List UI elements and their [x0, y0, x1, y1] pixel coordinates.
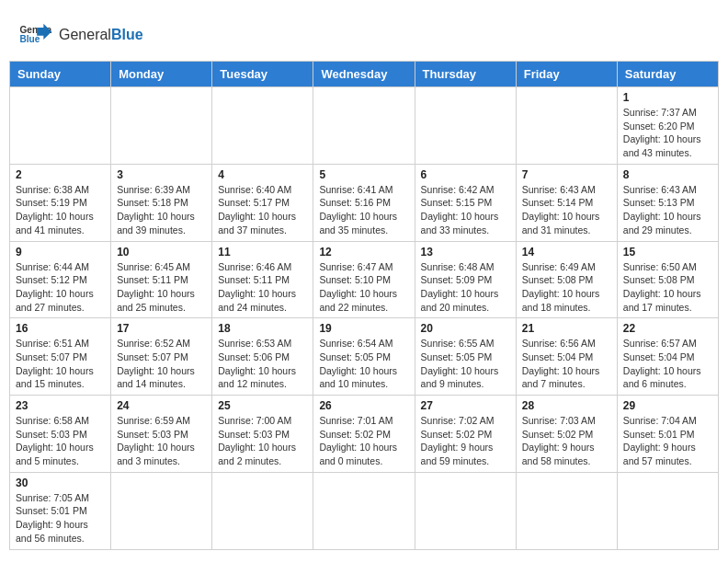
day-info: Sunrise: 7:04 AMSunset: 5:01 PMDaylight:… — [623, 414, 712, 468]
day-number: 17 — [117, 322, 206, 335]
calendar-cell: 16Sunrise: 6:51 AMSunset: 5:07 PMDayligh… — [10, 318, 111, 396]
logo: General Blue GeneralBlue — [18, 18, 143, 52]
calendar-cell — [313, 87, 415, 165]
day-info: Sunrise: 6:51 AMSunset: 5:07 PMDaylight:… — [16, 337, 105, 391]
calendar-cell: 1Sunrise: 7:37 AMSunset: 6:20 PMDaylight… — [617, 87, 718, 165]
col-header-saturday: Saturday — [617, 62, 718, 87]
day-info: Sunrise: 7:02 AMSunset: 5:02 PMDaylight:… — [421, 414, 510, 468]
day-number: 25 — [218, 399, 307, 412]
col-header-wednesday: Wednesday — [313, 62, 415, 87]
calendar-cell — [516, 87, 617, 165]
calendar-cell: 8Sunrise: 6:43 AMSunset: 5:13 PMDaylight… — [617, 164, 718, 241]
calendar-table: SundayMondayTuesdayWednesdayThursdayFrid… — [9, 61, 719, 550]
calendar-week-row: 9Sunrise: 6:44 AMSunset: 5:12 PMDaylight… — [10, 241, 719, 318]
calendar-cell — [516, 472, 617, 549]
day-info: Sunrise: 6:48 AMSunset: 5:09 PMDaylight:… — [421, 260, 510, 315]
day-info: Sunrise: 6:52 AMSunset: 5:07 PMDaylight:… — [117, 337, 206, 391]
calendar-cell: 30Sunrise: 7:05 AMSunset: 5:01 PMDayligh… — [10, 472, 111, 549]
day-info: Sunrise: 6:43 AMSunset: 5:14 PMDaylight:… — [522, 183, 611, 237]
day-number: 29 — [623, 399, 712, 412]
calendar-week-row: 30Sunrise: 7:05 AMSunset: 5:01 PMDayligh… — [10, 472, 719, 549]
day-info: Sunrise: 6:45 AMSunset: 5:11 PMDaylight:… — [117, 260, 206, 315]
calendar-cell: 25Sunrise: 7:00 AMSunset: 5:03 PMDayligh… — [212, 396, 313, 473]
calendar-cell: 4Sunrise: 6:40 AMSunset: 5:17 PMDaylight… — [212, 164, 313, 241]
day-info: Sunrise: 6:39 AMSunset: 5:18 PMDaylight:… — [117, 183, 206, 237]
day-number: 19 — [319, 322, 408, 335]
day-info: Sunrise: 6:41 AMSunset: 5:16 PMDaylight:… — [319, 183, 408, 237]
calendar-cell — [111, 87, 212, 165]
calendar-cell: 26Sunrise: 7:01 AMSunset: 5:02 PMDayligh… — [313, 396, 415, 473]
day-number: 28 — [522, 399, 611, 412]
day-info: Sunrise: 6:56 AMSunset: 5:04 PMDaylight:… — [522, 337, 611, 391]
day-number: 13 — [421, 246, 510, 259]
day-info: Sunrise: 6:42 AMSunset: 5:15 PMDaylight:… — [421, 183, 510, 237]
day-number: 4 — [218, 168, 307, 181]
logo-general-text: GeneralBlue — [59, 26, 143, 43]
day-number: 16 — [16, 322, 105, 335]
day-info: Sunrise: 6:54 AMSunset: 5:05 PMDaylight:… — [319, 337, 408, 391]
calendar-week-row: 16Sunrise: 6:51 AMSunset: 5:07 PMDayligh… — [10, 318, 719, 396]
day-info: Sunrise: 6:47 AMSunset: 5:10 PMDaylight:… — [319, 260, 408, 315]
day-number: 6 — [421, 168, 510, 181]
day-info: Sunrise: 7:00 AMSunset: 5:03 PMDaylight:… — [218, 414, 307, 468]
calendar-cell: 19Sunrise: 6:54 AMSunset: 5:05 PMDayligh… — [313, 318, 415, 396]
day-number: 20 — [421, 322, 510, 335]
day-info: Sunrise: 6:50 AMSunset: 5:08 PMDaylight:… — [623, 260, 712, 315]
calendar-cell: 15Sunrise: 6:50 AMSunset: 5:08 PMDayligh… — [617, 241, 718, 318]
day-number: 18 — [218, 322, 307, 335]
day-number: 23 — [16, 399, 105, 412]
page-header: General Blue GeneralBlue — [9, 9, 719, 56]
calendar-cell: 27Sunrise: 7:02 AMSunset: 5:02 PMDayligh… — [415, 396, 516, 473]
calendar-cell: 21Sunrise: 6:56 AMSunset: 5:04 PMDayligh… — [516, 318, 617, 396]
calendar-header-row: SundayMondayTuesdayWednesdayThursdayFrid… — [10, 62, 719, 87]
calendar-cell: 12Sunrise: 6:47 AMSunset: 5:10 PMDayligh… — [313, 241, 415, 318]
calendar-cell: 11Sunrise: 6:46 AMSunset: 5:11 PMDayligh… — [212, 241, 313, 318]
day-number: 1 — [623, 91, 712, 104]
calendar-cell: 22Sunrise: 6:57 AMSunset: 5:04 PMDayligh… — [617, 318, 718, 396]
day-info: Sunrise: 6:46 AMSunset: 5:11 PMDaylight:… — [218, 260, 307, 315]
calendar-cell: 23Sunrise: 6:58 AMSunset: 5:03 PMDayligh… — [10, 396, 111, 473]
calendar-week-row: 1Sunrise: 7:37 AMSunset: 6:20 PMDaylight… — [10, 87, 719, 165]
day-info: Sunrise: 6:38 AMSunset: 5:19 PMDaylight:… — [16, 183, 105, 237]
day-info: Sunrise: 7:03 AMSunset: 5:02 PMDaylight:… — [522, 414, 611, 468]
day-number: 30 — [16, 477, 105, 489]
day-number: 21 — [522, 322, 611, 335]
col-header-friday: Friday — [516, 62, 617, 87]
day-info: Sunrise: 6:53 AMSunset: 5:06 PMDaylight:… — [218, 337, 307, 391]
calendar-cell: 6Sunrise: 6:42 AMSunset: 5:15 PMDaylight… — [415, 164, 516, 241]
day-number: 7 — [522, 168, 611, 181]
day-number: 15 — [623, 246, 712, 259]
calendar-cell — [212, 472, 313, 549]
calendar-cell: 13Sunrise: 6:48 AMSunset: 5:09 PMDayligh… — [415, 241, 516, 318]
day-info: Sunrise: 7:05 AMSunset: 5:01 PMDaylight:… — [16, 491, 105, 546]
day-number: 22 — [623, 322, 712, 335]
day-number: 8 — [623, 168, 712, 181]
calendar-cell: 5Sunrise: 6:41 AMSunset: 5:16 PMDaylight… — [313, 164, 415, 241]
day-info: Sunrise: 6:43 AMSunset: 5:13 PMDaylight:… — [623, 183, 712, 237]
calendar-cell — [111, 472, 212, 549]
col-header-monday: Monday — [111, 62, 212, 87]
day-number: 11 — [218, 246, 307, 259]
day-number: 14 — [522, 246, 611, 259]
day-number: 5 — [319, 168, 408, 181]
col-header-thursday: Thursday — [415, 62, 516, 87]
day-number: 26 — [319, 399, 408, 412]
day-number: 2 — [16, 168, 105, 181]
calendar-cell: 3Sunrise: 6:39 AMSunset: 5:18 PMDaylight… — [111, 164, 212, 241]
calendar-cell — [415, 472, 516, 549]
calendar-week-row: 2Sunrise: 6:38 AMSunset: 5:19 PMDaylight… — [10, 164, 719, 241]
col-header-sunday: Sunday — [10, 62, 111, 87]
calendar-cell — [313, 472, 415, 549]
day-number: 10 — [117, 246, 206, 259]
calendar-cell: 9Sunrise: 6:44 AMSunset: 5:12 PMDaylight… — [10, 241, 111, 318]
calendar-cell: 10Sunrise: 6:45 AMSunset: 5:11 PMDayligh… — [111, 241, 212, 318]
day-info: Sunrise: 6:44 AMSunset: 5:12 PMDaylight:… — [16, 260, 105, 315]
day-info: Sunrise: 6:57 AMSunset: 5:04 PMDaylight:… — [623, 337, 712, 391]
day-number: 27 — [421, 399, 510, 412]
day-info: Sunrise: 6:55 AMSunset: 5:05 PMDaylight:… — [421, 337, 510, 391]
day-info: Sunrise: 6:59 AMSunset: 5:03 PMDaylight:… — [117, 414, 206, 468]
calendar-cell: 24Sunrise: 6:59 AMSunset: 5:03 PMDayligh… — [111, 396, 212, 473]
calendar-cell: 28Sunrise: 7:03 AMSunset: 5:02 PMDayligh… — [516, 396, 617, 473]
col-header-tuesday: Tuesday — [212, 62, 313, 87]
logo-icon: General Blue — [18, 18, 51, 52]
